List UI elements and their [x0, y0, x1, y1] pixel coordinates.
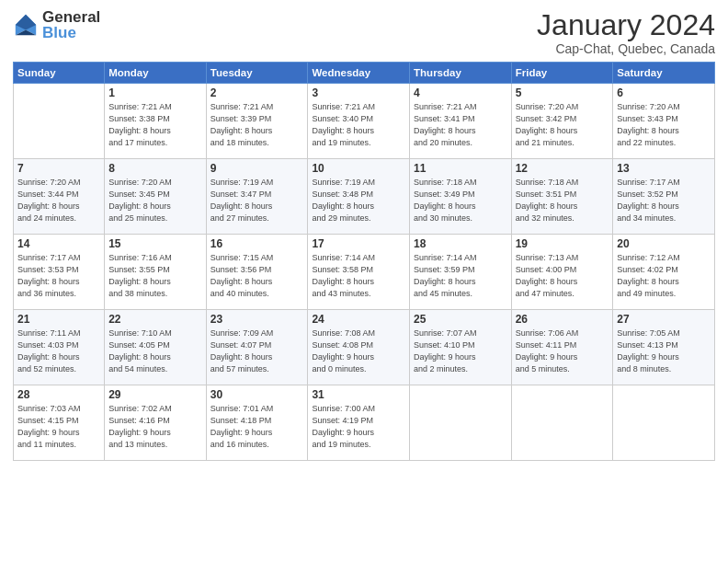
day-number: 25	[414, 313, 507, 326]
calendar-cell	[511, 385, 613, 461]
logo-icon	[13, 12, 39, 38]
header-monday: Monday	[105, 63, 207, 84]
day-info: Sunrise: 7:18 AM Sunset: 3:51 PM Dayligh…	[516, 177, 609, 224]
day-number: 2	[210, 86, 304, 99]
day-info: Sunrise: 7:10 AM Sunset: 4:05 PM Dayligh…	[108, 327, 202, 375]
calendar-cell: 10Sunrise: 7:19 AM Sunset: 3:48 PM Dayli…	[308, 159, 410, 235]
calendar-cell: 27Sunrise: 7:05 AM Sunset: 4:13 PM Dayli…	[613, 310, 715, 385]
day-info: Sunrise: 7:08 AM Sunset: 4:08 PM Dayligh…	[312, 327, 405, 375]
day-number: 21	[17, 313, 100, 326]
day-info: Sunrise: 7:14 AM Sunset: 3:59 PM Dayligh…	[414, 252, 507, 300]
logo-general: General	[42, 9, 100, 25]
calendar-cell: 25Sunrise: 7:07 AM Sunset: 4:10 PM Dayli…	[410, 310, 512, 385]
header-thursday: Thursday	[410, 63, 512, 84]
title-block: January 2024 Cap-Chat, Quebec, Canada	[537, 9, 715, 56]
day-info: Sunrise: 7:11 AM Sunset: 4:03 PM Dayligh…	[17, 327, 100, 375]
day-number: 26	[516, 313, 609, 326]
day-info: Sunrise: 7:12 AM Sunset: 4:02 PM Dayligh…	[617, 252, 711, 300]
calendar-cell: 19Sunrise: 7:13 AM Sunset: 4:00 PM Dayli…	[511, 235, 613, 310]
week-row-0: 1Sunrise: 7:21 AM Sunset: 3:38 PM Daylig…	[14, 84, 715, 159]
day-number: 8	[108, 162, 202, 175]
day-info: Sunrise: 7:13 AM Sunset: 4:00 PM Dayligh…	[516, 252, 609, 300]
day-info: Sunrise: 7:21 AM Sunset: 3:39 PM Dayligh…	[210, 101, 304, 149]
day-info: Sunrise: 7:20 AM Sunset: 3:43 PM Dayligh…	[617, 101, 711, 149]
calendar-cell: 30Sunrise: 7:01 AM Sunset: 4:18 PM Dayli…	[206, 385, 308, 461]
day-number: 24	[312, 313, 405, 326]
week-row-1: 7Sunrise: 7:20 AM Sunset: 3:44 PM Daylig…	[14, 159, 715, 235]
day-info: Sunrise: 7:19 AM Sunset: 3:48 PM Dayligh…	[312, 177, 405, 224]
day-info: Sunrise: 7:15 AM Sunset: 3:56 PM Dayligh…	[210, 252, 304, 300]
day-number: 29	[108, 388, 202, 401]
day-info: Sunrise: 7:17 AM Sunset: 3:53 PM Dayligh…	[17, 252, 100, 300]
calendar-cell	[14, 84, 105, 159]
calendar-cell: 5Sunrise: 7:20 AM Sunset: 3:42 PM Daylig…	[511, 84, 613, 159]
calendar-cell: 4Sunrise: 7:21 AM Sunset: 3:41 PM Daylig…	[410, 84, 512, 159]
day-info: Sunrise: 7:20 AM Sunset: 3:45 PM Dayligh…	[108, 177, 202, 224]
day-info: Sunrise: 7:17 AM Sunset: 3:52 PM Dayligh…	[617, 177, 711, 224]
week-row-4: 28Sunrise: 7:03 AM Sunset: 4:15 PM Dayli…	[14, 385, 715, 461]
calendar-cell: 14Sunrise: 7:17 AM Sunset: 3:53 PM Dayli…	[14, 235, 105, 310]
day-number: 18	[414, 237, 507, 250]
day-info: Sunrise: 7:21 AM Sunset: 3:41 PM Dayligh…	[414, 101, 507, 149]
day-number: 4	[414, 86, 507, 99]
calendar-cell: 8Sunrise: 7:20 AM Sunset: 3:45 PM Daylig…	[105, 159, 207, 235]
day-info: Sunrise: 7:09 AM Sunset: 4:07 PM Dayligh…	[210, 327, 304, 375]
calendar-cell	[613, 385, 715, 461]
day-info: Sunrise: 7:06 AM Sunset: 4:11 PM Dayligh…	[516, 327, 609, 375]
header-tuesday: Tuesday	[206, 63, 308, 84]
day-number: 7	[17, 162, 100, 175]
day-number: 10	[312, 162, 405, 175]
header: General Blue January 2024 Cap-Chat, Queb…	[13, 9, 715, 56]
header-wednesday: Wednesday	[308, 63, 410, 84]
location-title: Cap-Chat, Quebec, Canada	[537, 41, 715, 56]
calendar-cell: 28Sunrise: 7:03 AM Sunset: 4:15 PM Dayli…	[14, 385, 105, 461]
calendar-cell: 16Sunrise: 7:15 AM Sunset: 3:56 PM Dayli…	[206, 235, 308, 310]
calendar-cell: 21Sunrise: 7:11 AM Sunset: 4:03 PM Dayli…	[14, 310, 105, 385]
calendar-header-row: SundayMondayTuesdayWednesdayThursdayFrid…	[14, 63, 715, 84]
calendar-cell: 2Sunrise: 7:21 AM Sunset: 3:39 PM Daylig…	[206, 84, 308, 159]
calendar-cell: 18Sunrise: 7:14 AM Sunset: 3:59 PM Dayli…	[410, 235, 512, 310]
calendar-cell: 24Sunrise: 7:08 AM Sunset: 4:08 PM Dayli…	[308, 310, 410, 385]
week-row-2: 14Sunrise: 7:17 AM Sunset: 3:53 PM Dayli…	[14, 235, 715, 310]
day-number: 16	[210, 237, 304, 250]
day-number: 15	[108, 237, 202, 250]
header-friday: Friday	[511, 63, 613, 84]
day-number: 9	[210, 162, 304, 175]
day-number: 20	[617, 237, 711, 250]
day-info: Sunrise: 7:14 AM Sunset: 3:58 PM Dayligh…	[312, 252, 405, 300]
calendar-cell: 26Sunrise: 7:06 AM Sunset: 4:11 PM Dayli…	[511, 310, 613, 385]
header-saturday: Saturday	[613, 63, 715, 84]
day-number: 6	[617, 86, 711, 99]
week-row-3: 21Sunrise: 7:11 AM Sunset: 4:03 PM Dayli…	[14, 310, 715, 385]
day-info: Sunrise: 7:05 AM Sunset: 4:13 PM Dayligh…	[617, 327, 711, 375]
day-info: Sunrise: 7:16 AM Sunset: 3:55 PM Dayligh…	[108, 252, 202, 300]
day-number: 31	[312, 388, 405, 401]
calendar-cell: 6Sunrise: 7:20 AM Sunset: 3:43 PM Daylig…	[613, 84, 715, 159]
day-info: Sunrise: 7:21 AM Sunset: 3:40 PM Dayligh…	[312, 101, 405, 149]
month-title: January 2024	[537, 9, 715, 41]
day-info: Sunrise: 7:07 AM Sunset: 4:10 PM Dayligh…	[414, 327, 507, 375]
header-sunday: Sunday	[14, 63, 105, 84]
calendar-table: SundayMondayTuesdayWednesdayThursdayFrid…	[13, 62, 715, 461]
calendar-cell: 23Sunrise: 7:09 AM Sunset: 4:07 PM Dayli…	[206, 310, 308, 385]
calendar-cell	[410, 385, 512, 461]
calendar-cell: 7Sunrise: 7:20 AM Sunset: 3:44 PM Daylig…	[14, 159, 105, 235]
day-info: Sunrise: 7:20 AM Sunset: 3:42 PM Dayligh…	[516, 101, 609, 149]
logo: General Blue	[13, 9, 100, 40]
day-number: 14	[17, 237, 100, 250]
calendar-cell: 17Sunrise: 7:14 AM Sunset: 3:58 PM Dayli…	[308, 235, 410, 310]
calendar-cell: 3Sunrise: 7:21 AM Sunset: 3:40 PM Daylig…	[308, 84, 410, 159]
day-number: 5	[516, 86, 609, 99]
day-number: 13	[617, 162, 711, 175]
day-number: 19	[516, 237, 609, 250]
day-info: Sunrise: 7:02 AM Sunset: 4:16 PM Dayligh…	[108, 403, 202, 451]
day-info: Sunrise: 7:20 AM Sunset: 3:44 PM Dayligh…	[17, 177, 100, 224]
day-number: 11	[414, 162, 507, 175]
page-container: General Blue January 2024 Cap-Chat, Queb…	[0, 0, 728, 470]
day-number: 30	[210, 388, 304, 401]
calendar-cell: 22Sunrise: 7:10 AM Sunset: 4:05 PM Dayli…	[105, 310, 207, 385]
day-number: 22	[108, 313, 202, 326]
day-number: 23	[210, 313, 304, 326]
calendar-cell: 11Sunrise: 7:18 AM Sunset: 3:49 PM Dayli…	[410, 159, 512, 235]
day-info: Sunrise: 7:18 AM Sunset: 3:49 PM Dayligh…	[414, 177, 507, 224]
